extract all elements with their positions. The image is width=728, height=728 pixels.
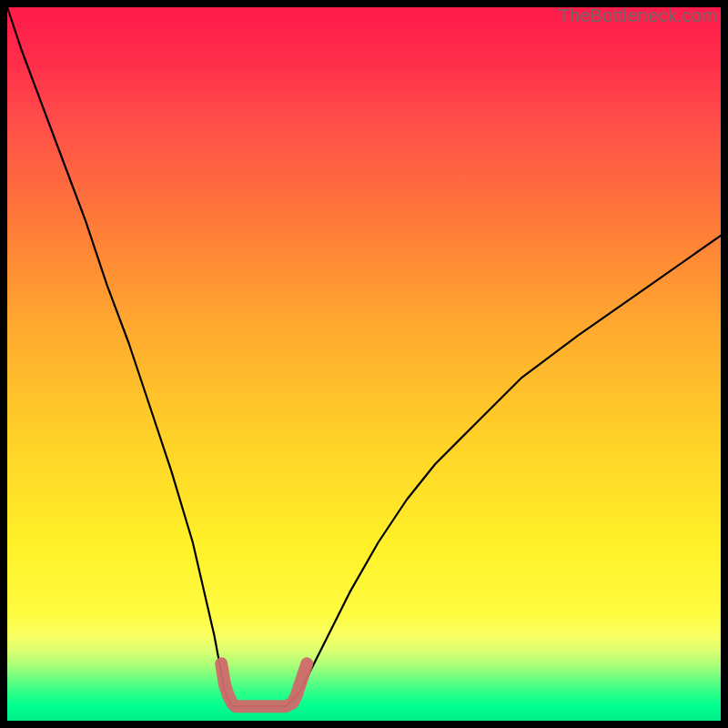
chart-frame: TheBottleneck.com [0, 0, 728, 728]
plot-area [7, 7, 721, 721]
curve-layer [7, 7, 721, 721]
watermark-text: TheBottleneck.com [558, 5, 717, 26]
valley-highlight [221, 663, 307, 706]
bottleneck-curve [7, 7, 721, 706]
